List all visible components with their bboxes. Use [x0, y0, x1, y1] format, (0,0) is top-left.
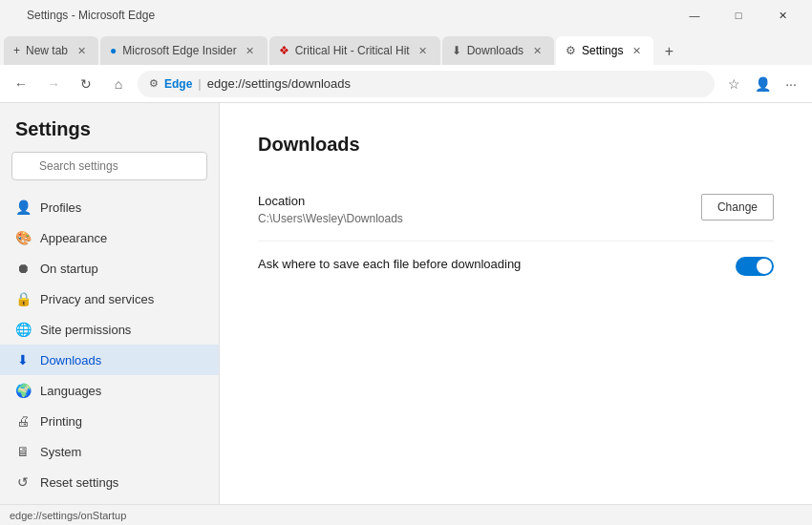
setting-row-location: Location C:\Users\Wesley\Downloads Chang… — [258, 178, 774, 242]
main-layout: Settings 🔍 👤 Profiles 🎨 Appearance ⏺ On … — [0, 103, 812, 504]
setting-row-ask-where: Ask where to save each file before downl… — [258, 242, 774, 291]
content-area: Downloads Location C:\Users\Wesley\Downl… — [220, 103, 812, 504]
maximize-button[interactable]: □ — [716, 0, 760, 31]
sidebar-item-label-system: System — [40, 445, 81, 459]
tab-edge-insider[interactable]: ● Microsoft Edge Insider ✕ — [100, 36, 267, 65]
downloads-tab-icon: ⬇ — [452, 44, 461, 57]
downloads-icon: ⬇ — [15, 352, 31, 368]
settings-title: Settings — [0, 118, 219, 152]
critical-hit-icon: ❖ — [279, 44, 289, 57]
change-location-button[interactable]: Change — [701, 194, 774, 220]
settings-tab-icon: ⚙ — [566, 44, 576, 57]
address-input-wrap[interactable]: ⚙ Edge | edge://settings/downloads — [138, 71, 715, 97]
title-bar: Settings - Microsoft Edge — □ ✕ — [0, 0, 812, 31]
close-button[interactable]: ✕ — [760, 0, 804, 31]
tab-close-downloads[interactable]: ✕ — [529, 43, 545, 58]
site-permissions-icon: 🌐 — [15, 322, 31, 337]
tab-settings[interactable]: ⚙ Settings ✕ — [556, 36, 653, 65]
setting-info-location: Location C:\Users\Wesley\Downloads — [258, 194, 686, 225]
sidebar-item-site-permissions[interactable]: 🌐 Site permissions — [0, 314, 219, 345]
sidebar-item-label-downloads: Downloads — [40, 353, 101, 368]
edge-brand-label: Edge — [164, 77, 192, 91]
sidebar-item-about[interactable]: e About Microsoft Edge — [0, 497, 219, 504]
address-lock-icon: ⚙ — [149, 77, 159, 90]
languages-icon: 🌍 — [15, 383, 31, 398]
sidebar-item-profiles[interactable]: 👤 Profiles — [0, 192, 219, 222]
home-button[interactable]: ⌂ — [105, 71, 132, 97]
tab-title-new-tab: New tab — [26, 44, 68, 57]
forward-button[interactable]: → — [40, 71, 67, 97]
address-bar: ← → ↻ ⌂ ⚙ Edge | edge://settings/downloa… — [0, 65, 812, 103]
tab-close-new-tab[interactable]: ✕ — [74, 43, 89, 58]
tab-close-settings[interactable]: ✕ — [629, 43, 644, 58]
more-options-button[interactable]: ··· — [778, 71, 804, 97]
status-bar: edge://settings/onStartup — [0, 504, 812, 525]
sidebar-item-label-site-permissions: Site permissions — [40, 323, 131, 337]
edge-insider-icon: ● — [110, 44, 117, 57]
appearance-icon: 🎨 — [15, 230, 31, 245]
setting-action-ask-where — [736, 257, 774, 276]
sidebar-item-reset-settings[interactable]: ↺ Reset settings — [0, 467, 219, 497]
minimize-button[interactable]: — — [673, 0, 716, 31]
tab-title-downloads: Downloads — [467, 44, 524, 57]
address-divider: | — [198, 76, 201, 91]
back-button[interactable]: ← — [8, 71, 34, 97]
tab-new-tab[interactable]: + New tab ✕ — [4, 36, 98, 65]
tab-bar: + New tab ✕ ● Microsoft Edge Insider ✕ ❖… — [0, 31, 812, 65]
search-settings-input[interactable] — [11, 152, 207, 180]
system-icon: 🖥 — [15, 444, 31, 459]
favorites-button[interactable]: ☆ — [720, 71, 747, 97]
status-text: edge://settings/onStartup — [10, 510, 126, 521]
sidebar-item-label-profiles: Profiles — [40, 200, 81, 215]
setting-label-location: Location — [258, 194, 686, 208]
search-settings-wrap: 🔍 — [0, 152, 219, 192]
new-tab-button[interactable]: + — [655, 38, 682, 65]
reset-settings-icon: ↺ — [15, 474, 31, 490]
sidebar-item-languages[interactable]: 🌍 Languages — [0, 375, 219, 406]
tab-downloads[interactable]: ⬇ Downloads ✕ — [442, 36, 554, 65]
tab-critical-hit[interactable]: ❖ Critical Hit - Critical Hit ✕ — [269, 36, 440, 65]
sidebar-item-privacy[interactable]: 🔒 Privacy and services — [0, 284, 219, 314]
privacy-icon: 🔒 — [15, 291, 31, 306]
tab-title-critical-hit: Critical Hit - Critical Hit — [295, 44, 410, 57]
sidebar-item-system[interactable]: 🖥 System — [0, 436, 219, 467]
address-actions: ☆ 👤 ··· — [720, 71, 804, 97]
sidebar-item-label-printing: Printing — [40, 414, 82, 429]
search-wrap: 🔍 — [11, 152, 207, 180]
setting-action-location: Change — [701, 194, 774, 220]
on-startup-icon: ⏺ — [15, 261, 31, 276]
tab-close-edge-insider[interactable]: ✕ — [243, 43, 258, 58]
setting-value-location: C:\Users\Wesley\Downloads — [258, 212, 686, 225]
sidebar-item-label-on-startup: On startup — [40, 262, 98, 276]
sidebar-item-label-reset-settings: Reset settings — [40, 475, 118, 490]
sidebar-item-appearance[interactable]: 🎨 Appearance — [0, 222, 219, 253]
window-title: Settings - Microsoft Edge — [27, 9, 155, 22]
window-controls: — □ ✕ — [673, 0, 804, 31]
setting-info-ask-where: Ask where to save each file before downl… — [258, 257, 720, 275]
sidebar-item-label-languages: Languages — [40, 384, 101, 398]
sidebar-item-on-startup[interactable]: ⏺ On startup — [0, 253, 219, 284]
sidebar-item-label-appearance: Appearance — [40, 231, 107, 245]
printing-icon: 🖨 — [15, 413, 31, 429]
ask-where-toggle[interactable] — [736, 257, 774, 276]
tab-close-critical-hit[interactable]: ✕ — [416, 43, 431, 58]
setting-label-ask-where: Ask where to save each file before downl… — [258, 257, 720, 271]
new-tab-icon: + — [13, 44, 20, 57]
sidebar-item-label-privacy: Privacy and services — [40, 292, 154, 306]
sidebar-item-downloads[interactable]: ⬇ Downloads — [0, 345, 219, 375]
reload-button[interactable]: ↻ — [73, 71, 99, 97]
sidebar: Settings 🔍 👤 Profiles 🎨 Appearance ⏺ On … — [0, 103, 220, 504]
address-url: edge://settings/downloads — [207, 76, 351, 91]
profiles-icon: 👤 — [15, 200, 31, 215]
tab-title-settings: Settings — [582, 44, 623, 57]
tab-title-edge-insider: Microsoft Edge Insider — [122, 44, 236, 57]
page-title: Downloads — [258, 134, 774, 156]
profile-button[interactable]: 👤 — [749, 71, 776, 97]
sidebar-item-printing[interactable]: 🖨 Printing — [0, 406, 219, 436]
